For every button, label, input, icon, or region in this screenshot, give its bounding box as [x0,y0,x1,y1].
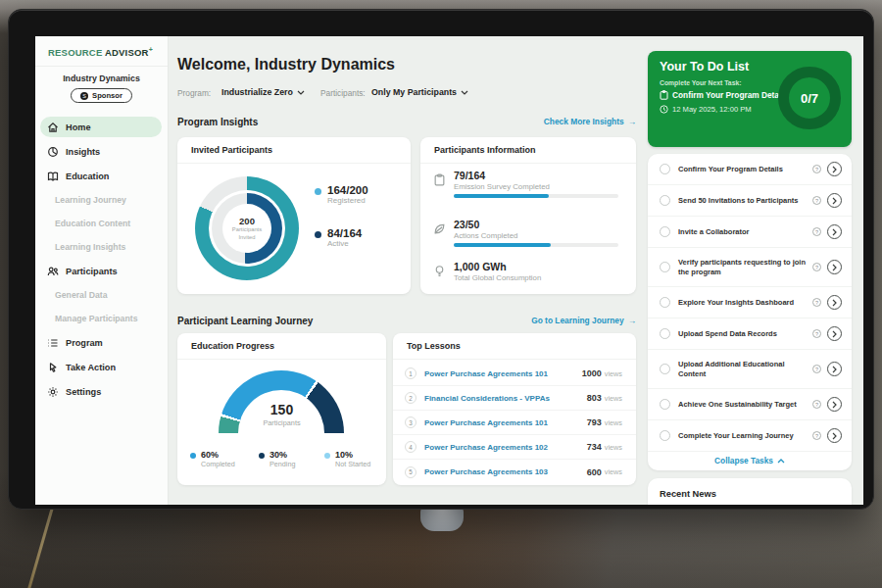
info-icon[interactable]: ? [812,329,821,338]
chevron-down-icon [461,90,468,95]
chevron-right-icon[interactable] [827,295,842,310]
check-more-insights-link[interactable]: Check More Insights → [544,117,636,126]
go-to-learning-journey-link[interactable]: Go to Learning Journey → [531,316,636,325]
participants-filter-label: Participants: [320,88,366,98]
todo-next-task: Confirm Your Program Details [660,90,788,100]
sponsor-badge[interactable]: S Sponsor [71,88,132,103]
lesson-link[interactable]: Power Purchase Agreements 103 [424,467,587,476]
info-icon[interactable]: ? [812,365,821,373]
task-checkbox[interactable] [660,297,670,308]
education-icon [47,171,60,182]
sidebar-item-home[interactable]: Home [35,115,168,139]
rank-badge: 4 [405,441,416,453]
program-filter-dropdown[interactable]: Industrialize Zero [221,87,305,97]
sidebar-divider [35,66,168,67]
sidebar-item-participants[interactable]: Participants [35,259,168,283]
task-checkbox[interactable] [660,430,670,441]
legend-pending: 30% Pending [259,450,295,468]
participants-information-card: Participants Information 79/164 Emission… [420,137,636,294]
insights-icon [47,146,60,158]
card-title: Education Progress [191,341,274,351]
task-row: Upload Additional Educational Content ? [648,350,852,389]
chevron-right-icon[interactable] [827,428,842,443]
legend-dot [315,188,321,195]
sidebar-item-program[interactable]: Program [35,330,168,355]
task-row: Verify participants requesting to join t… [648,248,852,287]
program-icon [47,337,60,349]
sidebar-item-manage-participants[interactable]: Manage Participants [35,307,168,330]
lesson-link[interactable]: Power Purchase Agreements 102 [424,443,587,452]
chevron-right-icon[interactable] [827,397,842,412]
task-checkbox[interactable] [660,164,670,174]
info-icon[interactable]: ? [812,431,821,440]
lesson-row: 4 Power Purchase Agreements 102 734 view… [393,435,636,460]
gauge-center-value: 150 [177,402,386,417]
legend-completed: 60% Completed [190,450,235,468]
info-icon[interactable]: ? [812,263,821,271]
donut-center-value: 200 [239,216,255,226]
lesson-row: 1 Power Purchase Agreements 101 1000 vie… [393,362,636,386]
sidebar-item-insights[interactable]: Insights [35,139,168,164]
task-checkbox[interactable] [660,262,670,272]
chevron-right-icon[interactable] [827,224,842,239]
home-icon [47,122,60,133]
sidebar-item-education[interactable]: Education [35,164,168,188]
donut-center-label: Participants [232,226,262,233]
chevron-right-icon[interactable] [827,260,842,274]
info-icon[interactable]: ? [812,400,821,409]
recent-news-card: Recent News [648,478,852,505]
take-action-icon [47,362,60,373]
lesson-link[interactable]: Power Purchase Agreements 101 [424,418,587,427]
sidebar-item-learning-journey[interactable]: Learning Journey [35,188,168,212]
task-row: Complete Your Learning Journey ? [648,420,852,452]
lesson-row: 5 Power Purchase Agreements 103 600 view… [393,460,636,484]
survey-progress-bar [454,194,618,198]
task-checkbox[interactable] [660,399,670,410]
info-icon[interactable]: ? [812,165,821,173]
sidebar-item-general-data[interactable]: General Data [35,283,168,307]
chevron-right-icon[interactable] [827,193,842,208]
clipboard-icon [660,90,668,100]
rank-badge: 3 [405,416,416,428]
arrow-right-icon: → [628,117,636,126]
participants-filter-dropdown[interactable]: Only My Participants [371,87,468,97]
sidebar-nav: Home Insights Education Learning Journey… [35,115,168,404]
chevron-down-icon [297,90,305,95]
participants-icon [47,266,60,277]
clock-icon [660,105,668,114]
card-title: Participants Information [434,145,536,155]
actions-progress-bar [454,243,618,247]
lesson-link[interactable]: Power Purchase Agreements 101 [424,369,582,378]
task-checkbox[interactable] [660,195,670,206]
settings-icon [47,386,60,398]
chevron-up-icon [777,459,785,464]
sidebar-item-education-content[interactable]: Education Content [35,212,168,235]
sidebar-item-learning-insights[interactable]: Learning Insights [35,235,168,259]
actions-value: 23/50 [454,219,479,230]
task-checkbox[interactable] [660,226,670,237]
task-row: Explore Your Insights Dashboard ? [648,287,852,318]
task-checkbox[interactable] [660,328,670,339]
task-checkbox[interactable] [660,364,670,374]
sidebar-item-take-action[interactable]: Take Action [35,355,168,379]
program-insights-heading: Program Insights [177,117,258,127]
chevron-right-icon[interactable] [827,362,842,376]
todo-due-date: 12 May 2025, 12:00 PM [660,105,752,114]
collapse-tasks-link[interactable]: Collapse Tasks [648,452,852,469]
recent-news-title: Recent News [660,489,716,499]
dashboard-screen: RESOURCE ADVISOR+ Industry Dynamics S Sp… [35,36,863,505]
donut-center-label: Invited [238,234,255,241]
info-icon[interactable]: ? [812,227,821,236]
org-name: Industry Dynamics [35,74,168,83]
bulb-icon [433,265,446,277]
chevron-right-icon[interactable] [827,162,842,176]
lesson-row: 3 Power Purchase Agreements 101 793 view… [393,411,636,435]
task-row: Send 50 Invitations to Participants ? [648,185,852,217]
chevron-right-icon[interactable] [827,326,842,341]
info-icon[interactable]: ? [812,298,821,307]
lesson-link[interactable]: Financial Considerations - VPPAs [424,394,587,403]
invited-participants-donut: 200 Participants Invited [195,176,299,280]
sidebar-item-settings[interactable]: Settings [35,379,168,404]
task-row: Achieve One Sustainability Target ? [648,389,852,420]
info-icon[interactable]: ? [812,196,821,205]
